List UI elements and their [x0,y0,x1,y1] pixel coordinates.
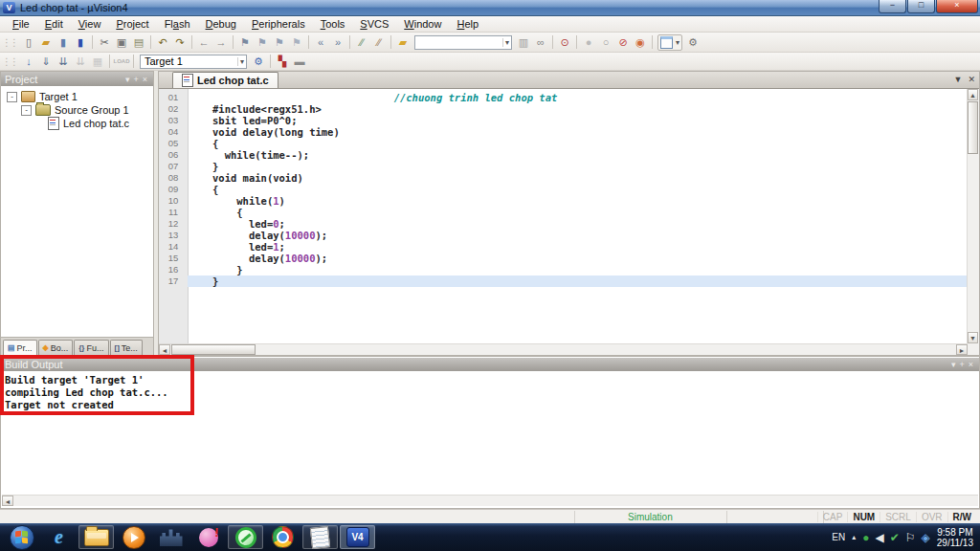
menu-debug[interactable]: Debug [198,17,244,31]
update-check-icon[interactable]: ✔ [890,532,900,543]
code-line[interactable]: 17} [159,276,968,287]
internet-explorer-icon[interactable]: e [41,525,77,549]
panel-close-icon[interactable]: × [967,360,975,369]
volume-icon[interactable]: ◀ [876,532,884,543]
tab-books[interactable]: ◈Bo... [38,340,74,355]
code-line[interactable]: 01 //chuong trinh led chop tat [159,92,968,103]
save-icon[interactable]: ▮ [55,34,72,51]
manage-components-icon[interactable]: ▚ [274,54,291,70]
paste-icon[interactable]: ▤ [130,34,147,51]
find-combo[interactable]: ▾ [414,35,512,50]
menu-view[interactable]: View [71,17,109,31]
media-player-icon[interactable] [116,525,151,549]
notepad-icon[interactable] [302,525,338,549]
redo-icon[interactable]: ↷ [171,34,189,51]
panel-pin-icon[interactable]: + [131,75,140,84]
scroll-left-icon[interactable]: ◄ [159,344,170,355]
search-icon[interactable]: ⊙ [556,34,573,51]
navigate-forward-icon[interactable]: → [212,34,230,51]
code-line[interactable]: 05{ [159,138,968,149]
panel-dropdown-icon[interactable]: ▾ [123,75,132,84]
code-line[interactable]: 08void main(void) [159,172,968,184]
castle-app-icon[interactable] [153,525,189,549]
editor-tabs-dropdown-icon[interactable]: ▼ [954,75,963,84]
tree-expander-icon[interactable]: - [7,92,17,102]
indent-icon[interactable]: » [329,34,346,51]
menu-help[interactable]: Help [449,17,486,31]
uvision-icon[interactable]: V4 [340,525,375,549]
panel-close-icon[interactable]: × [141,75,149,84]
download-flash-icon[interactable]: LOAD [113,54,130,70]
tab-functions[interactable]: {}Fu... [74,340,108,355]
menu-flash[interactable]: Flash [157,17,198,31]
translate-file-icon[interactable]: ↓ [20,54,37,70]
windows-explorer-icon[interactable] [78,525,114,549]
code-line[interactable]: 11 { [159,207,968,218]
chevron-down-icon[interactable]: ▾ [502,38,509,47]
batch-build-icon[interactable]: ⇊ [72,54,89,70]
action-center-flag-icon[interactable]: ⚐ [905,532,916,543]
code-line[interactable]: 07} [159,161,968,172]
unindent-icon[interactable]: « [312,34,329,51]
find-in-files-icon[interactable]: ∞ [532,34,549,51]
panel-pin-icon[interactable]: + [957,360,966,369]
menu-tools[interactable]: Tools [313,17,353,31]
undo-icon[interactable]: ↶ [154,34,171,51]
code-line[interactable]: 16 } [159,264,968,276]
build-output-log[interactable]: Build target 'Target 1'compiling Led cho… [1,371,979,414]
scrollbar-thumb[interactable] [968,101,978,154]
tree-expander-icon[interactable]: - [21,105,32,116]
close-button[interactable]: × [936,0,978,13]
code-line[interactable]: 15 delay(10000); [159,253,968,264]
editor-tab-close-icon[interactable]: ✕ [968,75,975,84]
bookmark-toggle-icon[interactable]: ⚑ [236,34,254,51]
maximize-button[interactable]: □ [907,0,935,13]
code-line[interactable]: 03sbit led=P0^0; [159,115,968,126]
breakpoint-disable-icon[interactable]: ⊘ [614,34,632,51]
breakpoint-kill-icon[interactable]: ◉ [632,34,649,51]
tab-templates[interactable]: []Te... [110,340,143,355]
rebuild-all-icon[interactable]: ⇊ [55,54,72,70]
editor-tab[interactable]: Led chop tat.c [172,72,278,88]
navigate-back-icon[interactable]: ← [195,34,212,51]
run-to-line-icon[interactable]: ● [580,34,597,51]
chevron-down-icon[interactable]: ▾ [237,57,244,66]
window-layout-combo[interactable]: ▾ [657,34,682,51]
breakpoint-toggle-icon[interactable]: ○ [597,34,614,51]
code-line[interactable]: 10 while(1) [159,195,968,207]
code-line[interactable]: 04void delay(long time) [159,126,968,138]
stop-build-icon[interactable]: ▦ [89,54,106,70]
target-select-combo[interactable]: Target 1 ▾ [140,55,247,69]
network-icon[interactable]: ◈ [922,532,930,543]
bookmark-clear-icon[interactable]: ⚑ [288,34,305,51]
save-all-icon[interactable]: ▮ [72,34,89,51]
tree-item-led-chop-tat-c[interactable]: Led chop tat.c [1,117,153,130]
code-line[interactable]: 06 while(time--); [159,149,968,161]
configure-wrench-icon[interactable]: ⚙ [684,34,702,51]
books-stack-icon[interactable]: ▬ [291,54,308,70]
chevron-down-icon[interactable]: ▾ [676,38,679,47]
new-file-icon[interactable]: ▯ [20,34,37,51]
minimize-button[interactable]: − [879,0,906,13]
green-app-icon[interactable] [228,525,263,549]
scrollbar-thumb[interactable] [171,344,256,355]
editor-vertical-scrollbar[interactable]: ▲ ▼ [967,89,979,343]
menu-file[interactable]: File [5,17,37,31]
tree-item-target-1[interactable]: -Target 1 [1,90,153,103]
code-line[interactable]: 13 delay(10000); [159,230,968,241]
language-indicator[interactable]: EN [832,532,845,542]
menu-edit[interactable]: Edit [37,17,71,31]
menu-svcs[interactable]: SVCS [352,17,396,31]
scroll-left-icon[interactable]: ◄ [2,496,13,506]
options-for-target-icon[interactable]: ⚙ [250,54,267,70]
copy-icon[interactable]: ▣ [113,34,130,51]
code-line[interactable]: 14 led=1; [159,241,968,253]
messenger-icon[interactable]: ! [190,525,226,549]
scroll-right-icon[interactable]: ► [956,344,968,355]
uncomment-icon[interactable]: ∕∕ [370,34,388,51]
code-line[interactable]: 12 led=0; [159,218,968,230]
chrome-icon[interactable] [265,525,301,549]
bookmark-next-icon[interactable]: ⚑ [271,34,288,51]
scroll-up-icon[interactable]: ▲ [968,89,978,100]
code-line[interactable]: 09{ [159,184,968,195]
